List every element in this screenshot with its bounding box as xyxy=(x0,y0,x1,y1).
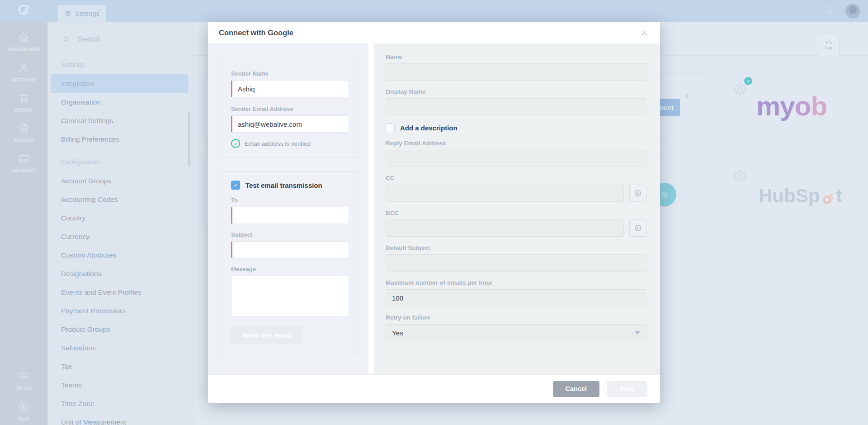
name-label: Name xyxy=(386,53,646,60)
menu-item-integration[interactable]: Integration xyxy=(51,74,189,93)
sender-name-label: Sender Name xyxy=(231,70,349,77)
max-emails-label: Maximum number of emails per hour xyxy=(386,279,646,286)
menu-item-events-profiles[interactable]: Events and Event Profiles xyxy=(47,283,194,301)
menu-item-custom-attributes[interactable]: Custom Attributes xyxy=(47,246,194,264)
menu-item-account-groups[interactable]: Account Groups xyxy=(47,172,194,190)
test-email-card: Test email transmission To Subject Messa… xyxy=(221,171,359,353)
menu-item-organisation[interactable]: Organisation xyxy=(47,93,194,111)
default-subject-label: Default Subject xyxy=(386,244,646,251)
cancel-button[interactable]: Cancel xyxy=(553,381,600,397)
add-description-row[interactable]: Add a description xyxy=(386,123,646,132)
bcc-add-button[interactable] xyxy=(629,220,646,237)
save-button[interactable]: Save xyxy=(607,381,647,397)
to-label: To xyxy=(231,197,349,204)
bell-icon[interactable] xyxy=(825,5,835,16)
refresh-button[interactable] xyxy=(818,33,840,57)
menu-item-currency[interactable]: Currency xyxy=(47,227,194,246)
icon-sidebar: DASHBOARD ACCOUNT ORDER INVOICE PAYMENT … xyxy=(0,22,47,425)
sidebar-item-label: NEW xyxy=(18,416,30,421)
name-field[interactable] xyxy=(386,63,646,81)
menu-item-time-zone[interactable]: Time Zone xyxy=(47,394,194,413)
hubspot-logo: HubSp t xyxy=(759,184,842,208)
menu-item-tax[interactable]: Tax xyxy=(47,357,194,376)
add-description-label: Add a description xyxy=(400,124,458,132)
chevron-down-icon xyxy=(635,331,640,334)
menu-item-payment-processors[interactable]: Payment Processors xyxy=(47,301,194,320)
search-input[interactable] xyxy=(77,35,178,44)
registered-mark: ® xyxy=(685,93,689,99)
menu-item-product-groups[interactable]: Product Groups xyxy=(47,320,194,339)
to-field[interactable] xyxy=(231,207,349,224)
brand-mark-icon xyxy=(16,3,32,19)
sender-card: Sender Name Sender Email Address Email a… xyxy=(221,61,359,158)
myob-logo: myob xyxy=(756,91,827,122)
gear-icon xyxy=(731,167,749,185)
menu-item-salutations[interactable]: Salutations xyxy=(47,339,194,357)
cc-add-button[interactable] xyxy=(629,185,646,202)
topbar-actions xyxy=(825,0,868,22)
sidebar-item-invoice[interactable]: INVOICE xyxy=(0,122,47,143)
sidebar-item-dashboard[interactable]: DASHBOARD xyxy=(0,31,47,52)
menu-item-country[interactable]: Country xyxy=(47,209,194,227)
message-label: Message xyxy=(231,266,349,272)
menu-item-designations[interactable]: Designations xyxy=(47,264,194,283)
integration-settings-gear[interactable] xyxy=(731,81,749,98)
reply-email-field[interactable] xyxy=(386,150,646,167)
sidebar-item-order[interactable]: ORDER xyxy=(0,92,47,113)
tab-label: Settings xyxy=(75,10,99,17)
sidebar-item-payment[interactable]: PAYMENT xyxy=(0,153,47,173)
target-icon xyxy=(660,190,669,199)
subject-field[interactable] xyxy=(231,241,349,258)
connected-check-badge xyxy=(744,77,752,85)
retry-selected-value: Yes xyxy=(392,329,403,337)
checkbox-checked-icon[interactable] xyxy=(231,181,240,190)
menu-item-general-settings[interactable]: General Settings xyxy=(47,111,194,130)
sender-name-field[interactable] xyxy=(231,80,349,97)
menu-item-accounting-codes[interactable]: Accounting Codes xyxy=(47,190,194,209)
modal-header: Connect with Google xyxy=(208,22,660,43)
google-settings-panel: Name Display Name Add a description Repl… xyxy=(374,43,660,374)
integration-settings-gear[interactable] xyxy=(731,167,749,185)
sidebar-item-new[interactable]: NEW xyxy=(0,401,47,421)
hubspot-sprocket-icon xyxy=(820,186,835,208)
menu-item-teams[interactable]: Teams xyxy=(47,376,194,394)
app-logo[interactable] xyxy=(0,0,47,22)
default-subject-field[interactable] xyxy=(386,254,646,272)
menu-item-billing-preferences[interactable]: Billing Preferences xyxy=(47,130,194,148)
display-name-field[interactable] xyxy=(386,98,646,115)
message-field[interactable] xyxy=(231,276,349,316)
bcc-field[interactable] xyxy=(386,220,624,237)
subject-label: Subject xyxy=(231,231,349,238)
plus-circle-icon xyxy=(633,224,642,233)
max-emails-field[interactable] xyxy=(386,289,646,306)
send-test-email-button[interactable]: Send test email xyxy=(231,326,302,344)
plus-circle-icon xyxy=(633,189,642,198)
menu-section-configuration: Configuration xyxy=(47,153,194,172)
retry-on-failure-select[interactable]: Yes xyxy=(386,324,646,341)
retry-on-failure-label: Retry on failure xyxy=(386,314,646,321)
sender-email-field[interactable] xyxy=(231,115,349,133)
topbar: Settings xyxy=(0,0,868,22)
gear-icon xyxy=(64,10,72,17)
plus-circle-icon xyxy=(18,401,30,413)
reply-email-label: Reply Email Address xyxy=(386,140,646,147)
avatar[interactable] xyxy=(845,4,860,18)
menu-item-unit-of-measurement[interactable]: Unit of Measurement xyxy=(47,413,194,425)
settings-search[interactable] xyxy=(47,29,192,50)
tab-settings[interactable]: Settings xyxy=(58,5,106,22)
close-icon[interactable] xyxy=(639,28,649,38)
sidebar-item-label: PAYMENT xyxy=(12,168,35,173)
checkbox-unchecked-icon[interactable] xyxy=(386,123,395,132)
menu-scrollbar[interactable] xyxy=(188,112,190,167)
tab-close-icon[interactable] xyxy=(97,6,104,12)
card-icon xyxy=(18,153,30,165)
sidebar-item-label: INVOICE xyxy=(14,138,34,143)
modal-title: Connect with Google xyxy=(219,29,293,37)
cc-field[interactable] xyxy=(386,185,624,202)
modal-footer: Cancel Save xyxy=(208,374,660,403)
sender-panel: Sender Name Sender Email Address Email a… xyxy=(208,43,368,374)
sidebar-item-todo[interactable]: TO DO xyxy=(0,370,47,391)
sidebar-item-label: ORDER xyxy=(15,107,33,113)
sidebar-item-account[interactable]: ACCOUNT xyxy=(0,62,47,82)
test-email-checkbox-row[interactable]: Test email transmission xyxy=(231,181,349,190)
